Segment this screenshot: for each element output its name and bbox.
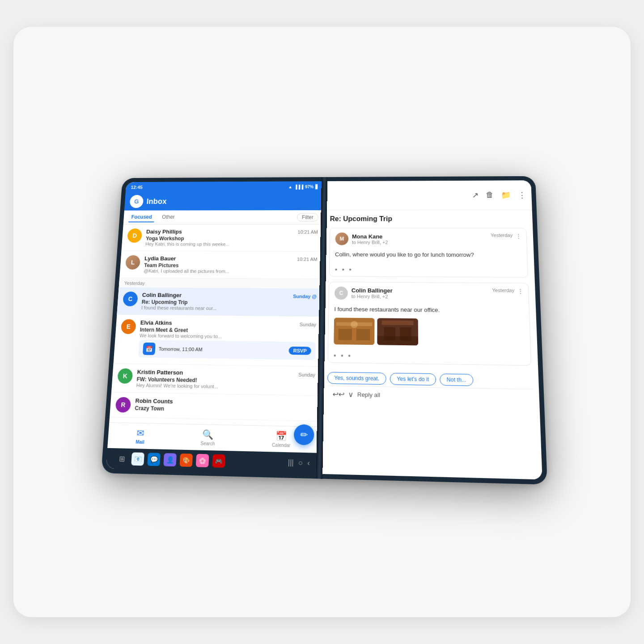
sender-robin: Robin Counts [135, 397, 173, 405]
google-logo: G [129, 195, 144, 208]
avatar-lydia: L [125, 255, 140, 270]
detail-more-icon[interactable]: ⋮ [518, 190, 526, 199]
home-button[interactable]: ○ [298, 459, 303, 467]
dock-apps-grid[interactable]: ⊞ [115, 452, 128, 466]
dock-apps: ⊞ 📧 💬 👤 🎨 [115, 452, 225, 468]
calendar-icon: 📅 [275, 430, 287, 442]
sender-colin: Colin Ballinger [142, 292, 182, 298]
email-content-kristin: Kristin Patterson Sunday FW: Volunteers … [136, 369, 315, 391]
to-mona: to Henry Brill, +2 [352, 240, 521, 245]
email-item-lydia[interactable]: L Lydia Bauer 10:21 AM Team Pictures @Ka… [119, 251, 323, 279]
email-list: D Daisy Phillips 10:21 AM Yoga Workshop … [109, 225, 323, 427]
preview-lydia: @Katri, I uploaded all the pictures from… [144, 268, 317, 274]
body-mona: Collin, where would you like to go for l… [330, 248, 527, 264]
status-icons: ▲ ▐▐▐ 97% ▋ [288, 184, 319, 189]
nav-search[interactable]: 🔍 Search [195, 427, 221, 448]
phone-device: 12:45 ▲ ▐▐▐ 97% ▋ G Inbox [101, 176, 547, 485]
detail-delete-icon[interactable]: 🗑 [486, 191, 494, 199]
search-icon: 🔍 [202, 429, 214, 440]
time-mona: Yesterday [491, 233, 513, 238]
avatar-mona: M [335, 233, 348, 246]
avatar-robin: R [115, 397, 131, 413]
email-header-daisy: Daisy Phillips 10:21 AM [146, 229, 318, 235]
rsvp-button[interactable]: RSVP [288, 347, 311, 355]
battery-icon: ▋ [315, 184, 319, 189]
email-header-colin: Colin Ballinger Sunday @ [142, 292, 317, 299]
nav-search-label: Search [200, 441, 215, 446]
message-header-colin: C Colin Ballinger to Henry Brill, +2 Yes… [329, 282, 529, 303]
time-kristin: Sunday [298, 372, 315, 377]
reply-icon[interactable]: ↩↩ [333, 390, 345, 399]
nav-calendar-label: Calendar [272, 442, 291, 448]
back-button[interactable]: ‹ [307, 459, 310, 467]
message-card-mona: M Mona Kane to Henry Brill, +2 Yesterday… [329, 228, 528, 277]
tab-focused[interactable]: Focused [128, 212, 155, 222]
quick-reply-3[interactable]: Not th... [440, 373, 473, 386]
avatar-colin-detail: C [335, 286, 348, 300]
body-colin: I found these restaurants near our offic… [329, 302, 529, 319]
right-panel: ↗ 🗑 📁 ⋮ Re: Upcoming Trip M [319, 180, 542, 479]
tab-bar: Focused Other Filter [123, 210, 324, 225]
time-elvia: Sunday [300, 322, 316, 327]
reply-label[interactable]: Reply all [357, 391, 380, 398]
reply-toggle-icon[interactable]: ∨ [348, 390, 353, 399]
sender-kristin: Kristin Patterson [137, 369, 183, 376]
message-card-colin: C Colin Ballinger to Henry Brill, +2 Yes… [328, 281, 532, 365]
message-images [328, 318, 530, 352]
tab-other[interactable]: Other [159, 212, 178, 222]
more-colin[interactable]: ⋮ [517, 288, 524, 295]
compose-icon: ✏ [300, 429, 308, 441]
dock-messages[interactable]: 💬 [147, 453, 161, 466]
email-content-lydia: Lydia Bauer 10:21 AM Team Pictures @Katr… [144, 255, 318, 275]
recent-button[interactable]: ||| [288, 458, 294, 467]
email-content-elvia: Elvia Atkins Sunday Intern Meet & Greet … [138, 319, 317, 362]
preview-daisy: Hey Katri, this is coming up this weeke.… [145, 242, 318, 247]
app-bar-title: Inbox [146, 197, 318, 206]
message-dots-colin: • • • [328, 349, 531, 365]
quick-reply-1[interactable]: Yes, sounds great. [327, 372, 386, 385]
time-daisy: 10:21 AM [298, 229, 318, 234]
detail-subject: Re: Upcoming Trip [330, 215, 526, 223]
message-header-mona: M Mona Kane to Henry Brill, +2 Yesterday… [330, 228, 527, 248]
message-dots-mona: • • • [330, 263, 528, 277]
email-item-robin[interactable]: R Robin Counts Crazy Town [110, 392, 320, 421]
email-item-colin[interactable]: C Colin Ballinger Sunday @ Re: Upcoming … [117, 287, 322, 317]
restaurant-svg-2 [377, 318, 418, 345]
more-mona[interactable]: ⋮ [515, 233, 522, 239]
dock-outlook[interactable]: 📧 [131, 452, 144, 466]
time-lydia: 10:21 AM [297, 256, 318, 262]
dock-lotus[interactable]: 🌸 [196, 454, 209, 467]
sender-elvia: Elvia Atkins [140, 319, 172, 326]
event-time-elvia: Tomorrow, 11:00 AM [158, 346, 203, 352]
svg-rect-2 [338, 329, 352, 340]
svg-rect-9 [377, 336, 418, 345]
status-bar: 12:45 ▲ ▐▐▐ 97% ▋ [126, 181, 324, 192]
wifi-icon: ▲ [288, 184, 292, 189]
filter-button[interactable]: Filter [297, 213, 318, 221]
email-item-elvia[interactable]: E Elvia Atkins Sunday Intern Meet & Gree… [114, 315, 322, 367]
mail-icon: ✉ [136, 428, 144, 439]
preview-colin: I found these restaurants near our... [141, 305, 317, 312]
avatar-daisy: D [127, 229, 142, 243]
email-content-colin: Colin Ballinger Sunday @ Re: Upcoming Tr… [141, 292, 317, 312]
quick-reply-2[interactable]: Yes let's do it [390, 373, 436, 386]
nav-mail[interactable]: ✉ Mail [130, 425, 151, 446]
dock-teams[interactable]: 👤 [163, 453, 177, 466]
avatar-colin: C [123, 292, 138, 306]
svg-rect-3 [356, 329, 370, 340]
subject-daisy: Yoga Workshop [146, 236, 318, 242]
email-content-robin: Robin Counts Crazy Town [135, 397, 315, 415]
status-time: 12:45 [131, 185, 143, 190]
email-content-daisy: Daisy Phillips 10:21 AM Yoga Workshop He… [145, 229, 318, 247]
nav-calendar[interactable]: 📅 Calendar [266, 428, 296, 450]
email-header-elvia: Elvia Atkins Sunday [140, 319, 316, 328]
restaurant-svg-1 [334, 318, 374, 345]
dock-clipchamp[interactable]: 🎨 [179, 453, 193, 467]
detail-archive-icon[interactable]: 📁 [501, 190, 511, 199]
email-item-kristin[interactable]: K Kristin Patterson Sunday FW: Volunteer… [111, 364, 321, 396]
detail-share-icon[interactable]: ↗ [472, 191, 479, 200]
nav-mail-label: Mail [136, 440, 144, 445]
email-item-daisy[interactable]: D Daisy Phillips 10:21 AM Yoga Workshop … [121, 225, 323, 252]
restaurant-image-2 [377, 318, 418, 345]
dock-gamepass[interactable]: 🎮 [212, 454, 225, 468]
